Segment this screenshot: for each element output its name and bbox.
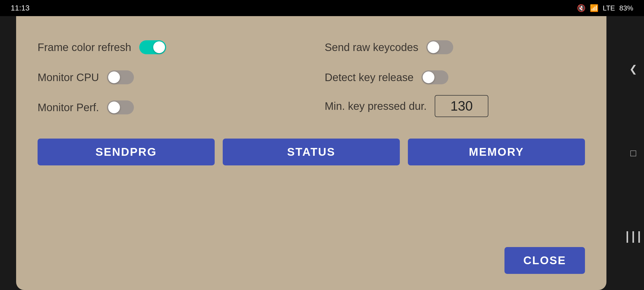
close-button[interactable]: CLOSE [504,247,585,274]
detect-key-release-row: Detect key release [325,62,585,92]
monitor-perf-label: Monitor Perf. [38,102,99,114]
memory-button[interactable]: MEMORY [408,139,585,165]
status-bar: 11:13 🔇 📶 LTE 83% [0,0,644,16]
toggle-knob [108,71,120,83]
frame-color-refresh-toggle[interactable] [139,40,166,54]
min-key-pressed-row: Min. key pressed dur. [325,92,585,120]
send-raw-keycodes-row: Send raw keycodes [325,32,585,62]
toggle-knob [153,41,165,53]
wifi-icon: 📶 [590,4,598,12]
settings-grid: Frame color refresh Monitor CPU Monitor … [38,32,585,122]
content-panel: Frame color refresh Monitor CPU Monitor … [16,16,606,290]
frame-color-refresh-label: Frame color refresh [38,41,131,53]
home-square-icon[interactable]: □ [630,147,636,159]
toggle-knob [427,41,439,53]
sendprg-button[interactable]: SENDPRG [38,139,215,165]
back-chevron-icon[interactable]: ❮ [629,63,637,75]
send-raw-keycodes-label: Send raw keycodes [325,41,418,53]
send-raw-keycodes-toggle[interactable] [426,40,453,54]
monitor-cpu-toggle[interactable] [107,70,134,84]
monitor-cpu-row: Monitor CPU [38,62,298,92]
status-button[interactable]: STATUS [223,139,400,165]
time: 11:13 [11,4,30,12]
toggle-knob [423,71,434,83]
right-settings: Send raw keycodes Detect key release Min… [325,32,585,122]
side-nav-right: ❮ □ ┃┃┃ [623,16,644,290]
mute-icon: 🔇 [577,4,586,12]
min-key-pressed-label: Min. key pressed dur. [325,100,427,112]
monitor-perf-row: Monitor Perf. [38,92,298,122]
detect-key-release-label: Detect key release [325,71,414,84]
detect-key-release-toggle[interactable] [422,70,448,84]
battery-indicator: 83% [619,4,633,12]
monitor-cpu-label: Monitor CPU [38,71,99,84]
toggle-knob [108,102,120,113]
action-buttons: SENDPRG STATUS MEMORY [38,139,585,165]
status-icons: 🔇 📶 LTE 83% [577,4,633,12]
left-settings: Frame color refresh Monitor CPU Monitor … [38,32,298,122]
recents-icon[interactable]: ┃┃┃ [624,231,642,243]
frame-color-refresh-row: Frame color refresh [38,32,298,62]
monitor-perf-toggle[interactable] [107,100,134,114]
min-key-pressed-input[interactable] [435,95,488,117]
signal-icon: LTE [603,4,615,12]
